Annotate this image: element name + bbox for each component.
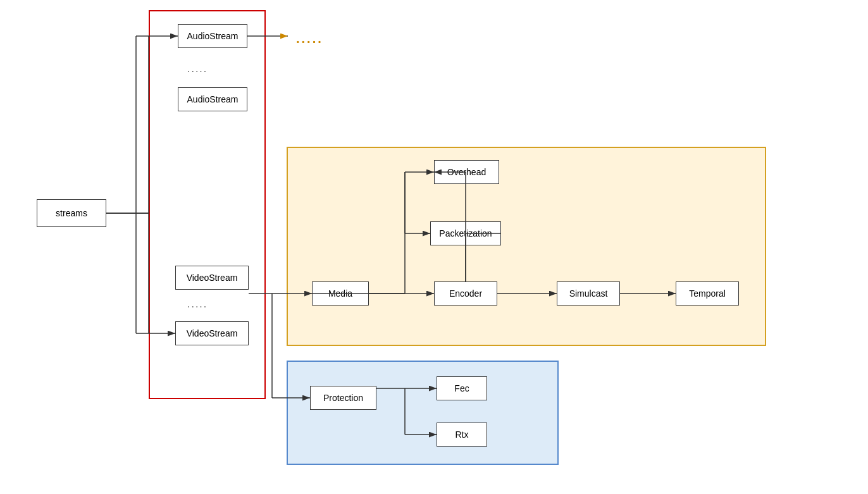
node-media: Media — [312, 281, 369, 306]
node-videostream-dots: ..... — [187, 299, 208, 310]
node-encoder: Encoder — [434, 281, 497, 306]
node-protection: Protection — [310, 386, 376, 410]
diagram: streams AudioStream ..... AudioStream Vi… — [0, 0, 868, 494]
node-packetization: Packetization — [430, 221, 501, 245]
node-overhead: Overhead — [434, 160, 499, 184]
node-simulcast: Simulcast — [557, 281, 620, 306]
node-videostream1: VideoStream — [175, 266, 249, 290]
node-temporal: Temporal — [676, 281, 739, 306]
node-fec: Fec — [437, 376, 487, 400]
node-videostream2: VideoStream — [175, 321, 249, 345]
node-audiostream1: AudioStream — [178, 24, 247, 48]
node-streams: streams — [37, 199, 106, 227]
region-orange — [287, 147, 766, 346]
node-audiostream-dots: ..... — [187, 63, 208, 75]
svg-text:.....: ..... — [296, 32, 323, 46]
region-blue — [287, 361, 559, 465]
node-audiostream2: AudioStream — [178, 87, 247, 111]
node-rtx: Rtx — [437, 423, 487, 447]
